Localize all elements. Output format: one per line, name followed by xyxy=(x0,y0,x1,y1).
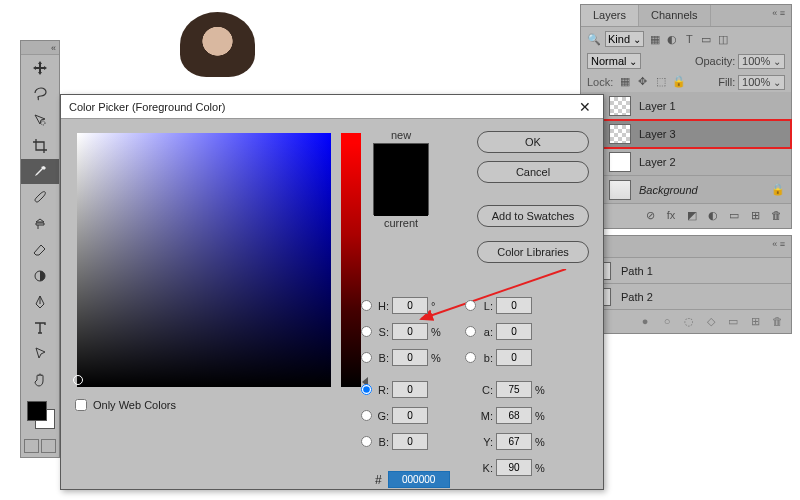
filter-adjust-icon[interactable]: ◐ xyxy=(665,33,680,46)
k-field[interactable] xyxy=(496,459,532,476)
cancel-button[interactable]: Cancel xyxy=(477,161,589,183)
layer-item[interactable]: 👁 Layer 2 xyxy=(581,148,791,176)
color-libraries-button[interactable]: Color Libraries xyxy=(477,241,589,263)
g-field[interactable] xyxy=(392,407,428,424)
s-field[interactable] xyxy=(392,323,428,340)
new-current-swatch[interactable] xyxy=(373,143,429,215)
add-to-swatches-button[interactable]: Add to Swatches xyxy=(477,205,589,227)
tab-layers[interactable]: Layers xyxy=(581,5,639,26)
path-name[interactable]: Path 2 xyxy=(621,291,653,303)
adjustment-icon[interactable]: ◐ xyxy=(706,209,720,223)
mask-path-icon[interactable]: ▭ xyxy=(727,315,739,328)
b-hsb-field[interactable] xyxy=(392,349,428,366)
crop-tool[interactable] xyxy=(21,133,59,159)
saturation-value-field[interactable] xyxy=(77,133,331,387)
delete-icon[interactable]: 🗑 xyxy=(769,209,783,223)
make-path-icon[interactable]: ◇ xyxy=(705,315,717,328)
hue-slider[interactable] xyxy=(341,133,361,387)
group-icon[interactable]: ▭ xyxy=(727,209,741,223)
m-field[interactable] xyxy=(496,407,532,424)
path-select-tool[interactable] xyxy=(21,341,59,367)
hex-field[interactable] xyxy=(388,471,450,488)
selection-icon[interactable]: ◌ xyxy=(683,315,695,328)
layer-item[interactable]: 👁 Layer 1 xyxy=(581,92,791,120)
close-icon[interactable]: ✕ xyxy=(575,99,595,115)
path-name[interactable]: Path 1 xyxy=(621,265,653,277)
new-path-icon[interactable]: ⊞ xyxy=(749,315,761,328)
opacity-field[interactable]: 100% ⌄ xyxy=(738,54,785,69)
b-lab-field[interactable] xyxy=(496,349,532,366)
layer-thumbnail[interactable] xyxy=(609,96,631,116)
layer-thumbnail[interactable] xyxy=(609,152,631,172)
layer-thumbnail[interactable] xyxy=(609,180,631,200)
fx-icon[interactable]: fx xyxy=(664,209,678,223)
filter-pixel-icon[interactable]: ▦ xyxy=(648,33,663,46)
filter-smart-icon[interactable]: ◫ xyxy=(716,33,731,46)
b-hsb-radio[interactable] xyxy=(361,352,372,363)
panel-collapse-icon[interactable]: « ≡ xyxy=(766,5,791,26)
lock-artboard-icon[interactable]: ⬚ xyxy=(654,75,667,88)
lock-all-icon[interactable]: 🔒 xyxy=(672,75,685,88)
b-rgb-radio[interactable] xyxy=(361,436,372,447)
a-field[interactable] xyxy=(496,323,532,340)
mask-icon[interactable]: ◩ xyxy=(685,209,699,223)
tools-collapse-bar[interactable]: « xyxy=(21,41,59,55)
fg-bg-swatches[interactable] xyxy=(21,397,59,435)
delete-path-icon[interactable]: 🗑 xyxy=(771,315,783,328)
lock-position-icon[interactable]: ✥ xyxy=(636,75,649,88)
foreground-swatch[interactable] xyxy=(27,401,47,421)
layer-thumbnail[interactable] xyxy=(609,124,631,144)
only-web-colors-checkbox[interactable] xyxy=(75,399,87,411)
panel-collapse-icon[interactable]: « ≡ xyxy=(766,236,791,257)
path-item[interactable]: Path 2 xyxy=(581,284,791,310)
layer-filter-kind[interactable]: Kind ⌄ xyxy=(605,31,644,47)
r-field[interactable] xyxy=(392,381,428,398)
quick-select-tool[interactable] xyxy=(21,107,59,133)
layer-item[interactable]: 👁 Background 🔒 xyxy=(581,176,791,204)
s-radio[interactable] xyxy=(361,326,372,337)
clone-stamp-tool[interactable] xyxy=(21,211,59,237)
screen-mode-icons[interactable] xyxy=(21,435,59,457)
stroke-path-icon[interactable]: ○ xyxy=(661,315,673,328)
layer-name[interactable]: Layer 2 xyxy=(639,156,676,168)
layer-name[interactable]: Layer 3 xyxy=(639,128,676,140)
filter-type-icon[interactable]: T xyxy=(682,33,697,46)
hand-tool[interactable] xyxy=(21,367,59,393)
path-item[interactable]: Path 1 xyxy=(581,258,791,284)
layer-name[interactable]: Background xyxy=(639,184,698,196)
g-radio[interactable] xyxy=(361,410,372,421)
l-radio[interactable] xyxy=(465,300,476,311)
layer-name[interactable]: Layer 1 xyxy=(639,100,676,112)
b-rgb-field[interactable] xyxy=(392,433,428,450)
r-radio[interactable] xyxy=(361,384,372,395)
h-radio[interactable] xyxy=(361,300,372,311)
a-radio[interactable] xyxy=(465,326,476,337)
link-layers-icon[interactable]: ⊘ xyxy=(643,209,657,223)
y-field[interactable] xyxy=(496,433,532,450)
l-field[interactable] xyxy=(496,297,532,314)
b-lab-radio[interactable] xyxy=(465,352,476,363)
hex-label: # xyxy=(375,473,382,487)
fill-field[interactable]: 100% ⌄ xyxy=(738,75,785,90)
layer-item[interactable]: 👁 Layer 3 xyxy=(581,120,791,148)
dialog-titlebar[interactable]: Color Picker (Foreground Color) ✕ xyxy=(61,95,603,119)
layer-filter-icons[interactable]: ▦ ◐ T ▭ ◫ xyxy=(648,33,731,46)
filter-shape-icon[interactable]: ▭ xyxy=(699,33,714,46)
blend-mode-select[interactable]: Normal ⌄ xyxy=(587,53,641,69)
tab-channels[interactable]: Channels xyxy=(639,5,710,26)
brush-tool[interactable] xyxy=(21,185,59,211)
gradient-tool[interactable] xyxy=(21,263,59,289)
h-field[interactable] xyxy=(392,297,428,314)
eyedropper-tool[interactable] xyxy=(21,159,59,185)
type-tool[interactable] xyxy=(21,315,59,341)
fill-label: Fill: xyxy=(718,76,735,88)
c-field[interactable] xyxy=(496,381,532,398)
new-layer-icon[interactable]: ⊞ xyxy=(748,209,762,223)
lasso-tool[interactable] xyxy=(21,81,59,107)
fill-path-icon[interactable]: ● xyxy=(639,315,651,328)
ok-button[interactable]: OK xyxy=(477,131,589,153)
move-tool[interactable] xyxy=(21,55,59,81)
eraser-tool[interactable] xyxy=(21,237,59,263)
pen-tool[interactable] xyxy=(21,289,59,315)
lock-pixels-icon[interactable]: ▦ xyxy=(618,75,631,88)
